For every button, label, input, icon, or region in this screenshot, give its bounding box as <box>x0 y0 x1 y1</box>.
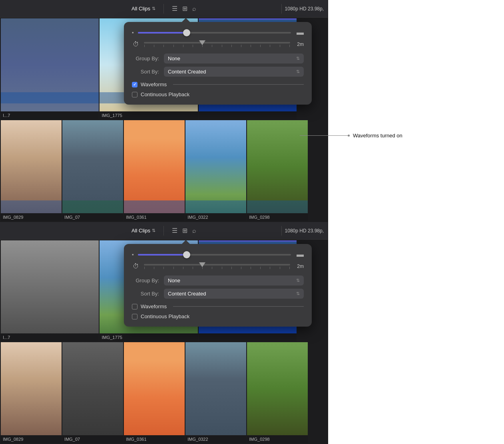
label-0829-top: IMG_0829 <box>1 213 62 221</box>
popup-arrow-top <box>182 18 190 22</box>
sort-by-row-bottom: Sort By: Content Created ⇅ <box>132 289 304 299</box>
divider-1-bottom <box>163 226 164 236</box>
list-view-icon-bottom[interactable]: ☰ <box>172 227 177 234</box>
label-07-top: IMG_07 <box>62 213 123 221</box>
waveforms-line-bottom <box>173 306 304 307</box>
size-large-icon-top: ▬ <box>297 28 304 37</box>
duration-ticks-bottom <box>144 267 290 269</box>
sort-by-select-bottom[interactable]: Content Created ⇅ <box>164 289 304 299</box>
label-selected-bottom <box>199 333 297 341</box>
label-selected-top <box>199 111 297 119</box>
continuous-row-top: Continuous Playback <box>132 91 304 97</box>
all-clips-button-top[interactable]: All Clips ⇅ <box>131 6 155 12</box>
size-slider-thumb-top[interactable] <box>183 29 190 36</box>
clip-0322-bottom[interactable]: IMG_0322 <box>185 342 246 443</box>
size-slider-track-bottom[interactable] <box>138 254 291 256</box>
group-by-select-bottom[interactable]: None ⇅ <box>164 276 304 285</box>
size-slider-thumb-bottom[interactable] <box>183 251 190 258</box>
clip-0829-top[interactable]: IMG_0829 <box>1 120 62 221</box>
duration-label-top: 2m <box>294 42 304 47</box>
group-by-arrows-bottom: ⇅ <box>296 278 300 283</box>
toolbar-bottom: All Clips ⇅ ☰ ⊞ ⌕ 1080p HD 23.98p, <box>0 222 328 240</box>
search-icon-bottom[interactable]: ⌕ <box>192 227 196 234</box>
label-0361-top: IMG_0361 <box>124 213 185 221</box>
popup-bottom: ▪ ▬ ⏱ <box>124 244 312 327</box>
continuous-checkbox-bottom[interactable] <box>132 314 137 319</box>
waveforms-checkmark-top: ✓ <box>133 82 136 87</box>
label-07-bottom: IMG_07 <box>62 435 123 443</box>
group-by-row-top: Group By: None ⇅ <box>132 54 304 63</box>
divider-2-top <box>281 4 282 14</box>
waveform-0361-top <box>124 200 185 213</box>
all-clips-arrows-bottom: ⇅ <box>152 228 155 233</box>
sort-by-arrows-bottom: ⇅ <box>296 291 300 296</box>
toolbar-center-bottom: All Clips ⇅ ☰ ⊞ ⌕ <box>131 226 196 236</box>
clip-0829-bottom[interactable]: IMG_0829 <box>1 342 62 443</box>
clock-icon-bottom: ⏱ <box>132 263 140 270</box>
label-0322-top: IMG_0322 <box>185 213 246 221</box>
divider-2-bottom <box>281 226 282 236</box>
duration-ticks-top <box>144 45 290 47</box>
all-clips-arrows-top: ⇅ <box>152 6 155 11</box>
duration-thumb-bottom[interactable] <box>199 262 205 267</box>
clip-0298-top[interactable]: IMG_0298 <box>247 120 308 221</box>
group-by-label-top: Group By: <box>132 56 164 61</box>
duration-track-top[interactable] <box>144 42 290 44</box>
toolbar-center-top: All Clips ⇅ ☰ ⊞ ⌕ <box>131 4 196 14</box>
panel-bottom: All Clips ⇅ ☰ ⊞ ⌕ 1080p HD 23.98p, I.. <box>0 222 504 444</box>
clip-i7-top[interactable]: I...7 <box>1 18 99 119</box>
waveform-0829-top <box>1 200 62 213</box>
clip-0361-bottom[interactable]: IMG_0361 <box>124 342 185 443</box>
clip-07-bottom[interactable]: IMG_07 <box>62 342 123 443</box>
waveform-07-top <box>62 200 123 213</box>
sort-by-select-top[interactable]: Content Created ⇅ <box>164 67 304 77</box>
label-i7-top: I...7 <box>1 111 99 119</box>
duration-track-bottom[interactable] <box>144 264 290 266</box>
waveforms-label-bottom: Waveforms <box>141 303 167 309</box>
continuous-label-bottom: Continuous Playback <box>141 313 189 319</box>
annotation-dot-top <box>348 135 350 137</box>
sort-by-value-top: Content Created <box>168 69 206 75</box>
all-clips-label-top: All Clips <box>131 6 150 12</box>
all-clips-button-bottom[interactable]: All Clips ⇅ <box>131 228 155 234</box>
app-container: All Clips ⇅ ☰ ⊞ ⌕ 1080p HD 23.98p, <box>0 0 504 444</box>
size-slider-row-bottom: ▪ ▬ <box>132 250 304 259</box>
clip-0361-top[interactable]: IMG_0361 <box>124 120 185 221</box>
waveforms-row-bottom: Waveforms <box>132 303 304 309</box>
waveforms-label-top: Waveforms <box>141 81 167 87</box>
resolution-label-top: 1080p HD 23.98p, <box>285 6 324 12</box>
annotation-area-bottom <box>328 222 504 444</box>
grid-view-icon-top[interactable]: ⊞ <box>182 5 187 12</box>
size-slider-fill-top <box>138 32 187 34</box>
group-by-select-top[interactable]: None ⇅ <box>164 54 304 63</box>
label-0298-top: IMG_0298 <box>247 213 308 221</box>
duration-slider-row-bottom: ⏱ 2m <box>132 263 304 270</box>
sort-by-value-bottom: Content Created <box>168 291 206 297</box>
size-large-icon-bottom: ▬ <box>297 250 304 259</box>
waveform-0322-top <box>185 200 246 213</box>
size-slider-track-top[interactable] <box>138 32 291 34</box>
duration-thumb-top[interactable] <box>199 40 205 45</box>
clip-07-top[interactable]: IMG_07 <box>62 120 123 221</box>
waveforms-checkbox-top[interactable]: ✓ <box>132 82 137 87</box>
clip-0322-top[interactable]: IMG_0322 <box>185 120 246 221</box>
clip-i7-bottom[interactable]: I...7 <box>1 240 99 341</box>
waveforms-checkbox-bottom[interactable] <box>132 304 137 309</box>
label-0829-bottom: IMG_0829 <box>1 435 62 443</box>
label-i7-bottom: I...7 <box>1 333 99 341</box>
continuous-checkbox-top[interactable] <box>132 92 137 97</box>
grid-view-icon-bottom[interactable]: ⊞ <box>182 227 187 234</box>
sort-by-label-top: Sort By: <box>132 69 164 75</box>
divider-1-top <box>163 4 164 14</box>
label-1775-bottom: IMG_1775 <box>100 333 197 341</box>
search-icon-top[interactable]: ⌕ <box>192 5 196 12</box>
popup-arrow-bottom <box>182 240 190 244</box>
panel-top: All Clips ⇅ ☰ ⊞ ⌕ 1080p HD 23.98p, <box>0 0 504 222</box>
continuous-row-bottom: Continuous Playback <box>132 313 304 319</box>
duration-slider-row-top: ⏱ 2m <box>132 41 304 48</box>
list-view-icon-top[interactable]: ☰ <box>172 5 177 12</box>
sort-by-arrows-top: ⇅ <box>296 69 300 74</box>
size-slider-row-top: ▪ ▬ <box>132 28 304 37</box>
size-small-icon-top: ▪ <box>132 30 134 36</box>
clip-0298-bottom[interactable]: IMG_0298 <box>247 342 308 443</box>
